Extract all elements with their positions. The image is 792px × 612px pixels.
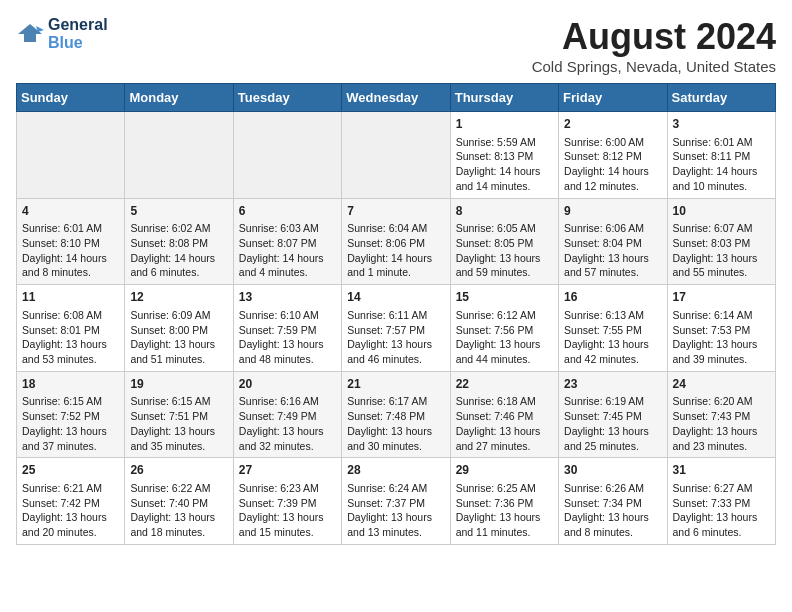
day-info: Sunset: 8:04 PM: [564, 236, 661, 251]
day-number: 15: [456, 289, 553, 306]
day-info: Sunset: 8:00 PM: [130, 323, 227, 338]
day-info: Sunset: 7:55 PM: [564, 323, 661, 338]
day-info: Sunrise: 6:22 AM: [130, 481, 227, 496]
day-number: 23: [564, 376, 661, 393]
day-info: Sunrise: 6:01 AM: [673, 135, 770, 150]
day-info: Sunrise: 6:15 AM: [22, 394, 119, 409]
day-info: Daylight: 13 hours and 23 minutes.: [673, 424, 770, 453]
day-number: 2: [564, 116, 661, 133]
day-number: 12: [130, 289, 227, 306]
day-info: Sunset: 7:49 PM: [239, 409, 336, 424]
day-info: Daylight: 13 hours and 46 minutes.: [347, 337, 444, 366]
day-number: 14: [347, 289, 444, 306]
day-info: Sunrise: 6:04 AM: [347, 221, 444, 236]
day-info: Daylight: 13 hours and 42 minutes.: [564, 337, 661, 366]
calendar-cell: [342, 112, 450, 199]
calendar-cell: 8Sunrise: 6:05 AMSunset: 8:05 PMDaylight…: [450, 198, 558, 285]
day-info: Sunrise: 6:05 AM: [456, 221, 553, 236]
week-row-5: 25Sunrise: 6:21 AMSunset: 7:42 PMDayligh…: [17, 458, 776, 545]
day-info: Daylight: 13 hours and 20 minutes.: [22, 510, 119, 539]
calendar-cell: 28Sunrise: 6:24 AMSunset: 7:37 PMDayligh…: [342, 458, 450, 545]
day-number: 11: [22, 289, 119, 306]
day-info: Daylight: 13 hours and 37 minutes.: [22, 424, 119, 453]
day-number: 3: [673, 116, 770, 133]
calendar-table: SundayMondayTuesdayWednesdayThursdayFrid…: [16, 83, 776, 545]
day-number: 25: [22, 462, 119, 479]
calendar-cell: 15Sunrise: 6:12 AMSunset: 7:56 PMDayligh…: [450, 285, 558, 372]
day-info: Sunset: 7:43 PM: [673, 409, 770, 424]
day-info: Daylight: 13 hours and 11 minutes.: [456, 510, 553, 539]
calendar-cell: 13Sunrise: 6:10 AMSunset: 7:59 PMDayligh…: [233, 285, 341, 372]
week-row-4: 18Sunrise: 6:15 AMSunset: 7:52 PMDayligh…: [17, 371, 776, 458]
day-info: Sunset: 7:40 PM: [130, 496, 227, 511]
day-info: Sunrise: 6:10 AM: [239, 308, 336, 323]
day-info: Daylight: 13 hours and 18 minutes.: [130, 510, 227, 539]
day-info: Daylight: 13 hours and 55 minutes.: [673, 251, 770, 280]
week-row-2: 4Sunrise: 6:01 AMSunset: 8:10 PMDaylight…: [17, 198, 776, 285]
day-info: Daylight: 13 hours and 25 minutes.: [564, 424, 661, 453]
day-info: Sunset: 7:42 PM: [22, 496, 119, 511]
page-header: General Blue August 2024 Cold Springs, N…: [16, 16, 776, 75]
day-info: Sunset: 7:39 PM: [239, 496, 336, 511]
day-number: 7: [347, 203, 444, 220]
day-info: Sunset: 8:03 PM: [673, 236, 770, 251]
day-info: Sunrise: 6:13 AM: [564, 308, 661, 323]
day-info: Daylight: 13 hours and 15 minutes.: [239, 510, 336, 539]
day-info: Sunrise: 6:27 AM: [673, 481, 770, 496]
day-number: 16: [564, 289, 661, 306]
calendar-cell: 26Sunrise: 6:22 AMSunset: 7:40 PMDayligh…: [125, 458, 233, 545]
day-info: Sunset: 7:37 PM: [347, 496, 444, 511]
weekday-header-friday: Friday: [559, 84, 667, 112]
day-info: Sunset: 7:51 PM: [130, 409, 227, 424]
day-info: Daylight: 13 hours and 35 minutes.: [130, 424, 227, 453]
week-row-3: 11Sunrise: 6:08 AMSunset: 8:01 PMDayligh…: [17, 285, 776, 372]
weekday-header-row: SundayMondayTuesdayWednesdayThursdayFrid…: [17, 84, 776, 112]
logo: General Blue: [16, 16, 108, 51]
day-info: Daylight: 13 hours and 13 minutes.: [347, 510, 444, 539]
day-number: 26: [130, 462, 227, 479]
day-info: Daylight: 13 hours and 6 minutes.: [673, 510, 770, 539]
day-info: Daylight: 13 hours and 57 minutes.: [564, 251, 661, 280]
day-info: Daylight: 13 hours and 51 minutes.: [130, 337, 227, 366]
day-info: Daylight: 14 hours and 14 minutes.: [456, 164, 553, 193]
day-info: Sunrise: 5:59 AM: [456, 135, 553, 150]
day-info: Sunset: 8:05 PM: [456, 236, 553, 251]
calendar-cell: 20Sunrise: 6:16 AMSunset: 7:49 PMDayligh…: [233, 371, 341, 458]
svg-marker-0: [18, 24, 42, 42]
day-number: 20: [239, 376, 336, 393]
day-info: Sunset: 8:12 PM: [564, 149, 661, 164]
day-number: 18: [22, 376, 119, 393]
day-info: Daylight: 13 hours and 53 minutes.: [22, 337, 119, 366]
calendar-cell: 23Sunrise: 6:19 AMSunset: 7:45 PMDayligh…: [559, 371, 667, 458]
day-info: Sunset: 7:45 PM: [564, 409, 661, 424]
day-number: 1: [456, 116, 553, 133]
day-info: Sunrise: 6:26 AM: [564, 481, 661, 496]
day-info: Sunrise: 6:00 AM: [564, 135, 661, 150]
day-info: Sunrise: 6:12 AM: [456, 308, 553, 323]
calendar-cell: [233, 112, 341, 199]
day-info: Sunrise: 6:23 AM: [239, 481, 336, 496]
day-info: Daylight: 13 hours and 59 minutes.: [456, 251, 553, 280]
day-info: Daylight: 14 hours and 12 minutes.: [564, 164, 661, 193]
day-info: Sunrise: 6:16 AM: [239, 394, 336, 409]
calendar-cell: 6Sunrise: 6:03 AMSunset: 8:07 PMDaylight…: [233, 198, 341, 285]
calendar-cell: 14Sunrise: 6:11 AMSunset: 7:57 PMDayligh…: [342, 285, 450, 372]
day-number: 21: [347, 376, 444, 393]
calendar-cell: [17, 112, 125, 199]
calendar-cell: 18Sunrise: 6:15 AMSunset: 7:52 PMDayligh…: [17, 371, 125, 458]
calendar-cell: 10Sunrise: 6:07 AMSunset: 8:03 PMDayligh…: [667, 198, 775, 285]
day-info: Sunrise: 6:09 AM: [130, 308, 227, 323]
day-number: 10: [673, 203, 770, 220]
day-info: Sunset: 8:11 PM: [673, 149, 770, 164]
day-info: Sunset: 7:57 PM: [347, 323, 444, 338]
calendar-cell: 25Sunrise: 6:21 AMSunset: 7:42 PMDayligh…: [17, 458, 125, 545]
logo-text: General Blue: [48, 16, 108, 51]
calendar-cell: 19Sunrise: 6:15 AMSunset: 7:51 PMDayligh…: [125, 371, 233, 458]
day-info: Sunset: 7:59 PM: [239, 323, 336, 338]
calendar-cell: 29Sunrise: 6:25 AMSunset: 7:36 PMDayligh…: [450, 458, 558, 545]
day-info: Sunset: 8:01 PM: [22, 323, 119, 338]
weekday-header-monday: Monday: [125, 84, 233, 112]
day-number: 13: [239, 289, 336, 306]
weekday-header-wednesday: Wednesday: [342, 84, 450, 112]
day-info: Sunset: 8:06 PM: [347, 236, 444, 251]
